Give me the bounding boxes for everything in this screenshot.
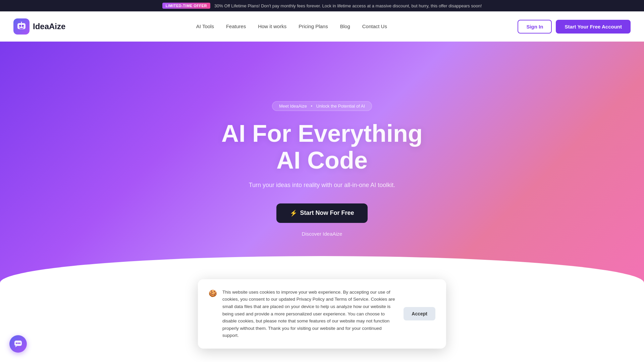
nav-actions: Sign In Start Your Free Account <box>518 20 631 34</box>
hero-subtitle: Turn your ideas into reality with our al… <box>249 180 395 190</box>
svg-point-3 <box>21 22 22 22</box>
hero-section: Meet IdeaAize • Unlock the Potential of … <box>0 42 644 303</box>
nav-how-it-works[interactable]: How it works <box>258 23 286 29</box>
navbar: IdeaAize AI Tools Features How it works … <box>0 11 644 42</box>
offer-label: LIMITED-TIME OFFER <box>162 3 210 9</box>
cookie-text: This website uses cookies to improve you… <box>222 289 398 303</box>
signin-button[interactable]: Sign In <box>518 20 552 34</box>
hero-cta-button[interactable]: ⚡ Start Now For Free <box>276 203 367 223</box>
nav-ai-tools[interactable]: AI Tools <box>196 23 214 29</box>
cookie-banner: 🍪 This website uses cookies to improve y… <box>198 279 446 303</box>
cta-label: Start Now For Free <box>300 209 354 217</box>
hero-badge-text1: Meet IdeaAize <box>279 104 307 109</box>
start-free-account-button[interactable]: Start Your Free Account <box>556 20 631 34</box>
hero-title-line1: AI For Everything <box>221 120 423 147</box>
nav-links: AI Tools Features How it works Pricing P… <box>196 23 387 29</box>
logo[interactable]: IdeaAize <box>13 18 65 35</box>
logo-icon <box>13 18 30 35</box>
top-banner: LIMITED-TIME OFFER 30% Off Lifetime Plan… <box>0 0 644 11</box>
nav-contact-us[interactable]: Contact Us <box>362 23 387 29</box>
svg-point-1 <box>19 25 21 27</box>
hero-badge-text2: Unlock the Potential of AI <box>316 104 365 109</box>
hero-title-line2: AI Code <box>276 147 368 174</box>
logo-text: IdeaAize <box>33 22 65 31</box>
svg-point-2 <box>22 25 24 27</box>
cookie-emoji: 🍪 <box>209 289 217 297</box>
hero-badge-dot: • <box>311 104 313 109</box>
hero-discover-link[interactable]: Discover IdeaAize <box>302 231 342 237</box>
cta-icon: ⚡ <box>290 209 297 217</box>
offer-text: 30% Off Lifetime Plans! Don't pay monthl… <box>214 3 482 8</box>
nav-blog[interactable]: Blog <box>340 23 350 29</box>
hero-badge: Meet IdeaAize • Unlock the Potential of … <box>272 101 372 111</box>
nav-pricing-plans[interactable]: Pricing Plans <box>299 23 328 29</box>
hero-title: AI For Everything AI Code <box>221 120 423 173</box>
nav-features[interactable]: Features <box>226 23 246 29</box>
